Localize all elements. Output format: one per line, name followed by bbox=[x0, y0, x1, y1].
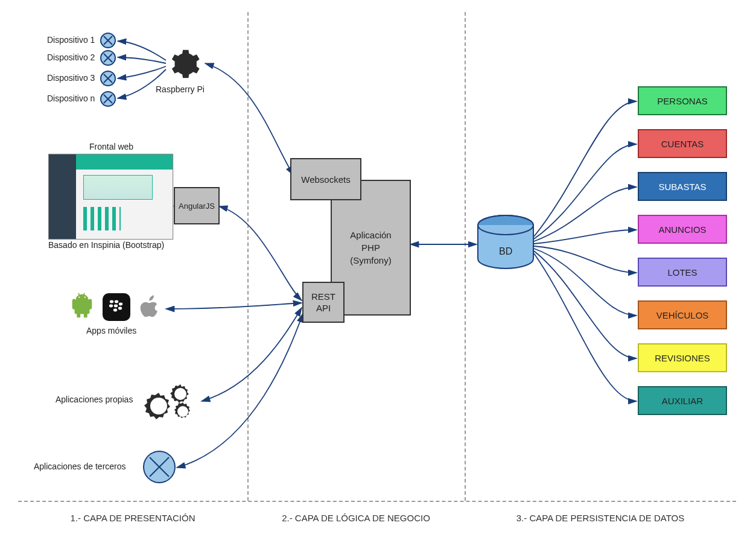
websockets-box: Websockets bbox=[290, 158, 361, 200]
table-revisiones-label: REVISIONES bbox=[655, 353, 710, 363]
android-icon bbox=[68, 290, 96, 321]
table-subastas: SUBASTAS bbox=[638, 172, 727, 201]
layer-label-presentation: 1.- CAPA DE PRESENTACIÓN bbox=[18, 513, 247, 523]
svg-point-13 bbox=[156, 403, 162, 409]
php-l2: PHP bbox=[361, 241, 380, 254]
diagram: 1.- CAPA DE PRESENTACIÓN 2.- CAPA DE LÓG… bbox=[0, 0, 756, 546]
inspinia-label: Basado en Inspinia (Bootstrap) bbox=[48, 240, 164, 250]
dashboard-screenshot bbox=[48, 154, 173, 240]
svg-point-15 bbox=[181, 410, 185, 413]
php-l3: (Symfony) bbox=[350, 254, 391, 267]
svg-point-12 bbox=[118, 307, 122, 310]
gears-icon bbox=[141, 377, 201, 425]
table-lotes-label: LOTES bbox=[667, 267, 697, 278]
terceros-label: Aplicaciones de terceros bbox=[34, 462, 126, 471]
svg-point-8 bbox=[109, 305, 113, 308]
x-circle-icon bbox=[100, 70, 116, 87]
x-circle-icon bbox=[100, 32, 116, 49]
divider-1 bbox=[247, 12, 249, 501]
gear-icon bbox=[167, 47, 200, 81]
database-icon bbox=[475, 214, 536, 275]
table-anuncios-label: ANUNCIOS bbox=[658, 224, 706, 235]
svg-point-4 bbox=[78, 296, 80, 297]
svg-point-11 bbox=[113, 309, 117, 312]
table-anuncios: ANUNCIOS bbox=[638, 215, 727, 244]
rest-l1: REST bbox=[311, 291, 335, 303]
svg-point-6 bbox=[110, 300, 113, 303]
x-circle-icon bbox=[100, 49, 116, 66]
propias-label: Aplicaciones propias bbox=[56, 395, 133, 404]
layer-label-persistence: 3.- CAPA DE PERSISTENCIA DE DATOS bbox=[465, 513, 736, 523]
svg-point-14 bbox=[179, 392, 183, 396]
table-cuentas: CUENTAS bbox=[638, 129, 727, 158]
table-cuentas-label: CUENTAS bbox=[661, 139, 704, 149]
websockets-label: Websockets bbox=[301, 174, 350, 185]
svg-point-7 bbox=[115, 300, 118, 303]
divider-2 bbox=[465, 12, 466, 501]
svg-point-10 bbox=[119, 303, 122, 306]
device-3-label: Dispositivo 3 bbox=[47, 73, 95, 83]
table-vehiculos: VEHÍCULOS bbox=[638, 300, 727, 329]
frontal-web-label: Frontal web bbox=[89, 142, 133, 151]
x-circle-icon bbox=[142, 449, 177, 484]
layer-label-logic: 2.- CAPA DE LÓGICA DE NEGOCIO bbox=[247, 513, 465, 523]
table-personas-label: PERSONAS bbox=[657, 96, 707, 106]
table-lotes: LOTES bbox=[638, 258, 727, 287]
angularjs-label: AngularJS bbox=[179, 202, 215, 211]
x-circle-icon bbox=[100, 90, 116, 107]
table-revisiones: REVISIONES bbox=[638, 343, 727, 372]
apple-icon bbox=[136, 291, 164, 322]
device-1-label: Dispositivo 1 bbox=[47, 35, 95, 45]
angularjs-box: AngularJS bbox=[174, 187, 220, 224]
svg-point-9 bbox=[114, 305, 118, 308]
divider-bottom bbox=[18, 501, 736, 502]
table-subastas-label: SUBASTAS bbox=[659, 182, 707, 192]
table-personas: PERSONAS bbox=[638, 86, 727, 115]
rest-l2: API bbox=[316, 302, 331, 314]
table-auxiliar: AUXILIAR bbox=[638, 386, 727, 415]
raspberry-label: Raspberry Pi bbox=[156, 84, 205, 94]
svg-point-5 bbox=[84, 296, 86, 297]
table-vehiculos-label: VEHÍCULOS bbox=[656, 310, 709, 320]
table-auxiliar-label: AUXILIAR bbox=[662, 396, 703, 406]
apps-moviles-label: Apps móviles bbox=[86, 326, 136, 335]
rest-api-box: REST API bbox=[302, 282, 345, 323]
php-l1: Aplicación bbox=[350, 229, 391, 241]
device-2-label: Dispositivo 2 bbox=[47, 52, 95, 62]
db-label: BD bbox=[499, 246, 512, 257]
blackberry-icon bbox=[103, 293, 130, 321]
device-n-label: Dispositivo n bbox=[47, 94, 95, 103]
